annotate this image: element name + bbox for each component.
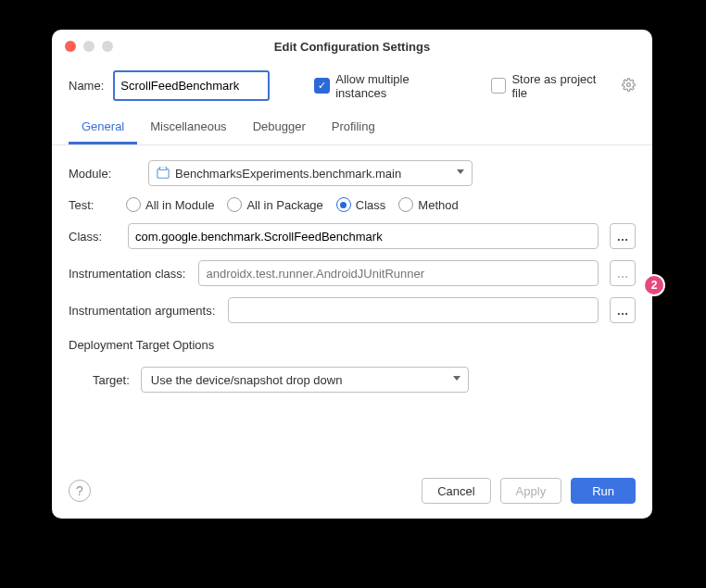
dialog-window: Edit Configuration Settings Name: ✓ Allo… — [52, 30, 652, 519]
svg-point-0 — [627, 82, 631, 86]
tab-profiling[interactable]: Profiling — [319, 112, 388, 144]
tab-miscellaneous[interactable]: Miscellaneous — [137, 112, 239, 144]
instrumentation-class-input — [198, 260, 599, 286]
instrumentation-class-browse-button: … — [610, 260, 636, 286]
svg-rect-2 — [160, 167, 167, 170]
module-icon — [157, 167, 170, 180]
tab-debugger[interactable]: Debugger — [240, 112, 319, 144]
deployment-header: Deployment Target Options — [69, 338, 636, 352]
module-value: BenchmarksExperiments.benchmark.main — [175, 167, 401, 181]
instrumentation-class-row: Instrumentation class: … — [69, 260, 636, 286]
instrumentation-arguments-row: Instrumentation arguments: … — [69, 297, 636, 323]
store-project-checkbox[interactable]: Store as project file — [491, 72, 637, 100]
class-input[interactable] — [128, 223, 599, 249]
store-project-label: Store as project file — [511, 72, 614, 100]
target-select[interactable]: Use the device/snapshot drop down — [141, 367, 469, 393]
allow-multiple-label: Allow multiple instances — [335, 72, 462, 100]
module-select[interactable]: BenchmarksExperiments.benchmark.main — [148, 160, 473, 186]
test-label: Test: — [69, 198, 122, 212]
tabs: General Miscellaneous Debugger Profiling — [52, 112, 652, 145]
allow-multiple-checkbox[interactable]: ✓ Allow multiple instances — [314, 72, 462, 100]
chevron-down-icon — [457, 169, 464, 174]
apply-button: Apply — [500, 478, 562, 504]
target-value: Use the device/snapshot drop down — [151, 373, 343, 387]
zoom-icon — [102, 41, 113, 52]
form-body: Module: BenchmarksExperiments.benchmark.… — [52, 145, 652, 393]
window-controls — [65, 41, 113, 52]
name-label: Name: — [69, 79, 104, 93]
instrumentation-arguments-input[interactable] — [228, 297, 599, 323]
test-row: Test: All in Module All in Package Class… — [69, 197, 636, 212]
chevron-down-icon — [453, 376, 460, 381]
instrumentation-arguments-browse-button[interactable]: … — [610, 297, 636, 323]
help-button[interactable]: ? — [69, 480, 91, 502]
target-label: Target: — [93, 373, 130, 387]
instrumentation-arguments-label: Instrumentation arguments: — [69, 304, 215, 318]
titlebar: Edit Configuration Settings — [52, 30, 652, 63]
tab-general[interactable]: General — [69, 112, 137, 144]
footer: ? Cancel Apply Run — [52, 465, 652, 519]
radio-all-in-package[interactable]: All in Package — [227, 197, 322, 212]
window-title: Edit Configuration Settings — [274, 40, 430, 54]
target-row: Target: Use the device/snapshot drop dow… — [69, 367, 636, 393]
checkbox-checked-icon: ✓ — [314, 78, 330, 94]
name-row: Name: ✓ Allow multiple instances Store a… — [52, 63, 652, 112]
cancel-button[interactable]: Cancel — [422, 478, 490, 504]
module-row: Module: BenchmarksExperiments.benchmark.… — [69, 160, 636, 186]
class-row: Class: … — [69, 223, 636, 249]
class-browse-button[interactable]: … — [610, 223, 636, 249]
run-button[interactable]: Run — [571, 478, 636, 504]
gear-icon[interactable] — [622, 78, 636, 94]
instrumentation-class-label: Instrumentation class: — [69, 267, 185, 281]
name-input[interactable] — [113, 70, 270, 101]
minimize-icon — [83, 41, 95, 52]
radio-method[interactable]: Method — [398, 197, 458, 212]
notification-badge[interactable]: 2 — [645, 276, 663, 294]
close-icon[interactable] — [65, 41, 76, 52]
radio-all-in-module[interactable]: All in Module — [126, 197, 214, 212]
checkbox-unchecked-icon — [491, 78, 507, 94]
class-label: Class: — [69, 230, 115, 244]
svg-rect-1 — [158, 169, 169, 179]
radio-class[interactable]: Class — [336, 197, 386, 212]
module-label: Module: — [69, 167, 122, 181]
